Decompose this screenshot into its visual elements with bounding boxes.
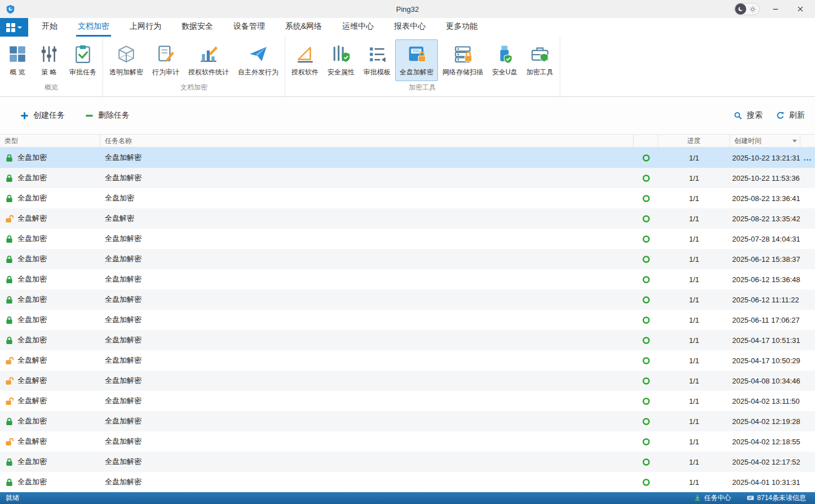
- dark-mode-icon[interactable]: [735, 3, 746, 15]
- theme-toggle[interactable]: [734, 3, 760, 15]
- task-type-label: 全盘解密: [17, 355, 47, 365]
- ribbon-item-security-attributes[interactable]: 安全属性: [323, 39, 359, 81]
- task-name-cell: 全盘加解密: [100, 431, 634, 452]
- status-ring-icon: [642, 377, 650, 385]
- task-progress-cell: 1/1: [658, 431, 730, 452]
- tab-system-network[interactable]: 系统&网络: [284, 18, 324, 37]
- ribbon-group-label: 概览: [2, 81, 101, 96]
- minimize-button[interactable]: [767, 1, 785, 17]
- task-row[interactable]: 全盘解密 全盘解密 1/1 2025-08-22 13:35:42: [0, 208, 815, 229]
- task-row[interactable]: 全盘解密 全盘加解密 1/1 2025-04-17 10:50:29: [0, 350, 815, 371]
- task-name-cell: 全盘加解密: [100, 472, 634, 492]
- ribbon-item-network-storage-scan[interactable]: 网络存储扫描: [438, 39, 488, 81]
- storage-icon: [453, 44, 472, 64]
- task-created-cell: 2025-04-08 10:34:46: [730, 371, 800, 391]
- sort-caret-icon[interactable]: [792, 140, 797, 142]
- task-menu-cell: …: [800, 148, 815, 168]
- search-button[interactable]: 搜索: [734, 110, 763, 121]
- light-mode-icon[interactable]: [746, 6, 760, 13]
- task-menu-cell: [800, 289, 815, 310]
- grid-icon: [8, 44, 27, 64]
- ribbon-item-authorized-software[interactable]: 授权软件: [287, 39, 323, 81]
- task-status-cell: [634, 350, 658, 371]
- ribbon-item-label: 概 览: [10, 68, 25, 77]
- lock-open-icon: [5, 438, 14, 446]
- task-progress-cell: 1/1: [658, 269, 730, 289]
- task-row[interactable]: 全盘加密 全盘加解密 1/1 2025-07-28 14:04:31: [0, 229, 815, 249]
- row-actions-menu[interactable]: …: [803, 155, 812, 160]
- ribbon-item-label: 审批任务: [69, 68, 96, 77]
- ribbon-item-label: 授权软件: [291, 68, 318, 77]
- create-task-button[interactable]: 创建任务: [20, 110, 65, 121]
- task-row[interactable]: 全盘解密 全盘加解密 1/1 2025-04-08 10:34:46: [0, 371, 815, 391]
- chevron-down-icon: [17, 26, 22, 29]
- tab-internet-behavior[interactable]: 上网行为: [128, 18, 163, 37]
- ribbon-item-approval-templates[interactable]: 审批模板: [359, 39, 395, 81]
- tab-doc-encryption[interactable]: 文档加密: [76, 18, 111, 37]
- task-type-cell: 全盘加密: [0, 168, 100, 188]
- task-progress-cell: 1/1: [658, 168, 730, 188]
- task-row[interactable]: 全盘加密 全盘加解密 1/1 2025-06-12 15:36:48: [0, 269, 815, 289]
- task-status-cell: [634, 452, 658, 472]
- ribbon-item-approval-tasks[interactable]: 审批任务: [65, 39, 101, 81]
- close-button[interactable]: [791, 1, 809, 17]
- task-row[interactable]: 全盘解密 全盘加解密 1/1 2025-04-02 13:11:50: [0, 391, 815, 411]
- task-status-cell: [634, 289, 658, 310]
- task-name-cell: 全盘加解密: [100, 371, 634, 391]
- task-row[interactable]: 全盘加密 全盘加解密 1/1 2025-04-17 10:51:31: [0, 330, 815, 350]
- stats-icon: [199, 44, 218, 64]
- ribbon-item-encryption-tools[interactable]: 加密工具: [522, 39, 558, 81]
- ribbon-item-authorized-software-stats[interactable]: 授权软件统计: [184, 39, 233, 81]
- lock-closed-icon: [5, 174, 14, 182]
- task-menu-cell: [800, 168, 815, 188]
- lock-closed-icon: [5, 296, 14, 304]
- ribbon-item-behavior-audit[interactable]: 行为审计: [148, 39, 184, 81]
- column-header-progress[interactable]: 进度: [658, 135, 730, 147]
- task-menu-cell: [800, 330, 815, 350]
- task-created-cell: 2025-08-22 13:36:41: [730, 188, 800, 208]
- tab-more-features[interactable]: 更多功能: [444, 18, 479, 37]
- ribbon-tabbar: 开始文档加密上网行为数据安全设备管理系统&网络运维中心报表中心更多功能: [0, 18, 815, 37]
- task-row[interactable]: 全盘加密 全盘加解密 1/1 2025-06-12 15:38:37: [0, 249, 815, 269]
- task-row[interactable]: 全盘加密 全盘加解密 1/1 2025-06-11 17:06:27: [0, 310, 815, 330]
- task-center-button[interactable]: 任务中心: [694, 493, 731, 503]
- ribbon: 概 览 策 略 审批任务 概览 透明加解密 行为审计 授权软件统计 自主外发行为…: [0, 37, 815, 97]
- ribbon-group-label: 文档加密: [105, 81, 283, 96]
- ribbon-item-policy[interactable]: 策 略: [33, 39, 65, 81]
- unread-messages-button[interactable]: 8714条未读信息: [747, 493, 806, 503]
- ribbon-item-overview[interactable]: 概 览: [2, 39, 33, 81]
- task-row[interactable]: 全盘加密 全盘加密 1/1 2025-08-22 13:36:41: [0, 188, 815, 208]
- tab-start[interactable]: 开始: [40, 18, 59, 37]
- task-type-cell: 全盘解密: [0, 391, 100, 411]
- status-ring-icon: [642, 194, 650, 203]
- task-created-cell: 2025-04-02 12:17:52: [730, 452, 800, 472]
- task-row[interactable]: 全盘加密 全盘加解密 1/1 2025-04-02 12:17:52: [0, 452, 815, 472]
- tab-ops-center[interactable]: 运维中心: [340, 18, 375, 37]
- task-progress-cell: 1/1: [658, 472, 730, 492]
- task-status-cell: [634, 168, 658, 188]
- lock-closed-icon: [5, 458, 14, 466]
- column-header-created[interactable]: 创建时间: [730, 135, 800, 147]
- column-header-name[interactable]: 任务名称: [100, 135, 634, 147]
- task-row[interactable]: 全盘加密 全盘加解密 1/1 2025-06-12 11:11:22: [0, 289, 815, 310]
- task-row[interactable]: 全盘加密 全盘加解密 1/1 2025-04-02 12:19:28: [0, 411, 815, 431]
- delete-task-button[interactable]: 删除任务: [85, 110, 130, 121]
- column-header-type[interactable]: 类型: [0, 135, 100, 147]
- task-row[interactable]: 全盘加密 全盘加解密 1/1 2025-04-01 10:31:31: [0, 472, 815, 492]
- task-row[interactable]: 全盘加密 全盘加解密 1/1 2025-10-22 11:53:36: [0, 168, 815, 188]
- column-header-status[interactable]: [634, 135, 658, 147]
- task-name-cell: 全盘加解密: [100, 310, 634, 330]
- ribbon-item-full-disk-encryption[interactable]: 全盘加解密: [395, 39, 438, 81]
- plus-icon: [20, 111, 29, 120]
- ribbon-item-transparent-encryption[interactable]: 透明加解密: [105, 39, 148, 81]
- ribbon-item-secure-usb[interactable]: 安全U盘: [488, 39, 522, 81]
- tab-report-center[interactable]: 报表中心: [392, 18, 427, 37]
- task-row[interactable]: 全盘加密 全盘加解密 1/1 2025-10-22 13:21:31 …: [0, 148, 815, 168]
- task-type-cell: 全盘加密: [0, 249, 100, 269]
- task-row[interactable]: 全盘解密 全盘加解密 1/1 2025-04-02 12:18:55: [0, 431, 815, 452]
- ribbon-item-self-outgoing[interactable]: 自主外发行为: [233, 39, 283, 81]
- tab-device-management[interactable]: 设备管理: [232, 18, 267, 37]
- refresh-button[interactable]: 刷新: [776, 110, 805, 121]
- app-menu-button[interactable]: [0, 18, 28, 37]
- tab-data-security[interactable]: 数据安全: [180, 18, 215, 37]
